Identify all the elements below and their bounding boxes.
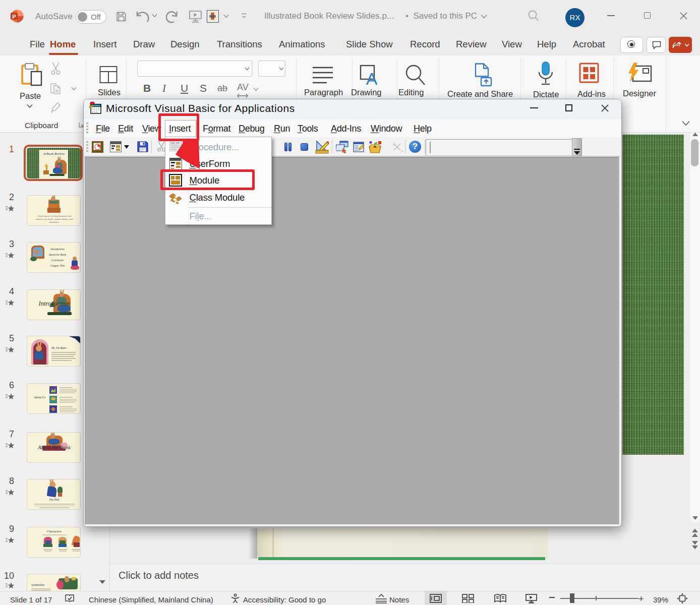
svg-text:P: P	[12, 14, 16, 20]
svg-text:A: A	[366, 69, 378, 86]
